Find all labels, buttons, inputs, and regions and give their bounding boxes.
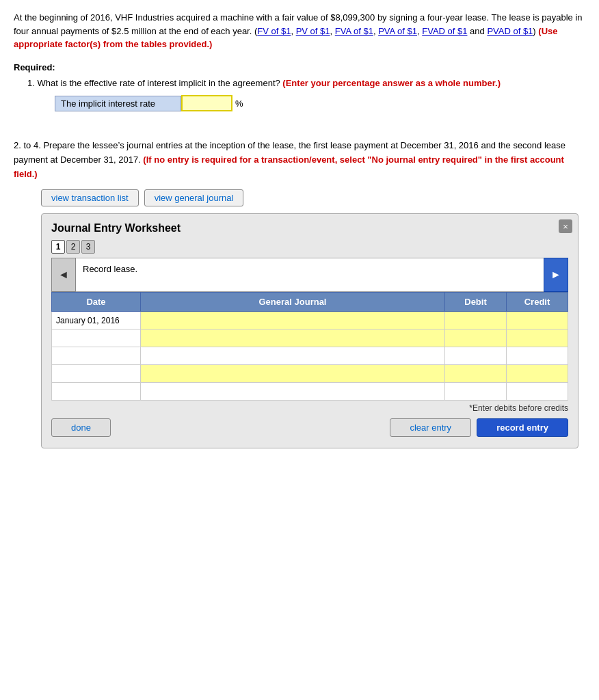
debit-cell[interactable]	[445, 383, 507, 401]
fv-link[interactable]: FV of $1	[257, 26, 291, 36]
question-1: 1. What is the effective rate of interes…	[27, 77, 585, 90]
journal-input[interactable]	[141, 383, 444, 400]
clear-entry-button[interactable]: clear entry	[390, 418, 471, 437]
tab-row: 1 2 3	[51, 240, 568, 254]
col-date: Date	[52, 293, 141, 312]
journal-cell[interactable]	[141, 365, 445, 383]
worksheet-title: Journal Entry Worksheet	[51, 222, 568, 234]
pv-link[interactable]: PV of $1	[296, 26, 330, 36]
interest-rate-row: The implicit interest rate %	[55, 95, 585, 111]
tab-2[interactable]: 2	[66, 240, 80, 254]
table-row: January 01, 2016	[52, 312, 568, 329]
debit-input[interactable]	[445, 365, 506, 382]
credit-input[interactable]	[507, 383, 568, 400]
debit-cell[interactable]	[445, 347, 507, 365]
date-cell	[52, 329, 141, 347]
pvad-link[interactable]: PVAD of $1	[487, 26, 533, 36]
bottom-right-buttons: clear entry record entry	[390, 418, 568, 437]
journal-cell[interactable]	[141, 312, 445, 329]
required-section: Required: 1. What is the effective rate …	[14, 62, 585, 112]
credit-cell[interactable]	[507, 365, 568, 383]
view-transaction-list-button[interactable]: view transaction list	[41, 189, 139, 206]
fva-link[interactable]: FVA of $1	[335, 26, 373, 36]
nav-left-button[interactable]: ◄	[51, 258, 76, 292]
debit-cell[interactable]	[445, 329, 507, 347]
debit-input[interactable]	[445, 347, 506, 364]
required-label: Required:	[14, 62, 585, 72]
journal-input[interactable]	[141, 312, 444, 329]
credit-input[interactable]	[507, 312, 568, 329]
close-button[interactable]: ×	[559, 219, 572, 233]
col-credit: Credit	[507, 293, 568, 312]
credit-cell[interactable]	[507, 329, 568, 347]
credit-input[interactable]	[507, 365, 568, 382]
bottom-btn-row: done clear entry record entry	[51, 418, 568, 437]
view-general-journal-button[interactable]: view general journal	[144, 189, 244, 206]
enter-note: *Enter debits before credits	[51, 403, 568, 413]
date-cell	[52, 383, 141, 401]
pva-link[interactable]: PVA of $1	[378, 26, 417, 36]
record-entry-button[interactable]: record entry	[477, 418, 568, 437]
entry-description: Record lease.	[76, 258, 544, 292]
col-debit: Debit	[445, 293, 507, 312]
fvad-link[interactable]: FVAD of $1	[422, 26, 467, 36]
table-row	[52, 383, 568, 401]
q2to4-prefix: 2. to 4.	[14, 140, 41, 150]
section-2to4: 2. to 4. Prepare the lessee’s journal en…	[14, 139, 585, 181]
credit-cell[interactable]	[507, 312, 568, 329]
journal-cell[interactable]	[141, 347, 445, 365]
q1-bold: (Enter your percentage answer as a whole…	[282, 78, 501, 88]
table-row	[52, 329, 568, 347]
debit-input[interactable]	[445, 329, 506, 347]
nav-right-button[interactable]: ►	[544, 258, 568, 292]
journal-cell[interactable]	[141, 329, 445, 347]
credit-cell[interactable]	[507, 383, 568, 401]
action-buttons-row: view transaction list view general journ…	[41, 189, 585, 206]
table-row	[52, 347, 568, 365]
journal-entry-worksheet: × Journal Entry Worksheet 1 2 3 ◄ Record…	[41, 213, 578, 448]
done-button[interactable]: done	[51, 418, 111, 437]
journal-input[interactable]	[141, 329, 444, 347]
credit-input[interactable]	[507, 347, 568, 364]
interest-rate-input[interactable]	[181, 95, 232, 111]
tab-1[interactable]: 1	[51, 240, 65, 254]
credit-input[interactable]	[507, 329, 568, 347]
debit-cell[interactable]	[445, 312, 507, 329]
table-row	[52, 365, 568, 383]
date-cell: January 01, 2016	[52, 312, 141, 329]
col-general-journal: General Journal	[141, 293, 445, 312]
debit-input[interactable]	[445, 383, 506, 400]
journal-cell[interactable]	[141, 383, 445, 401]
journal-input[interactable]	[141, 365, 444, 382]
percent-sign: %	[235, 98, 243, 109]
intro-paragraph: At the beginning of 2016, VHF Industries…	[14, 11, 585, 51]
date-cell	[52, 365, 141, 383]
q1-text: What is the effective rate of interest i…	[37, 78, 280, 88]
journal-table: Date General Journal Debit Credit Januar…	[51, 292, 568, 401]
entry-nav-row: ◄ Record lease. ►	[51, 258, 568, 292]
date-cell	[52, 347, 141, 365]
debit-cell[interactable]	[445, 365, 507, 383]
credit-cell[interactable]	[507, 347, 568, 365]
interest-rate-label: The implicit interest rate	[55, 96, 181, 111]
q1-number: 1.	[27, 78, 35, 88]
journal-input[interactable]	[141, 347, 444, 364]
debit-input[interactable]	[445, 312, 506, 329]
tab-3[interactable]: 3	[81, 240, 95, 254]
